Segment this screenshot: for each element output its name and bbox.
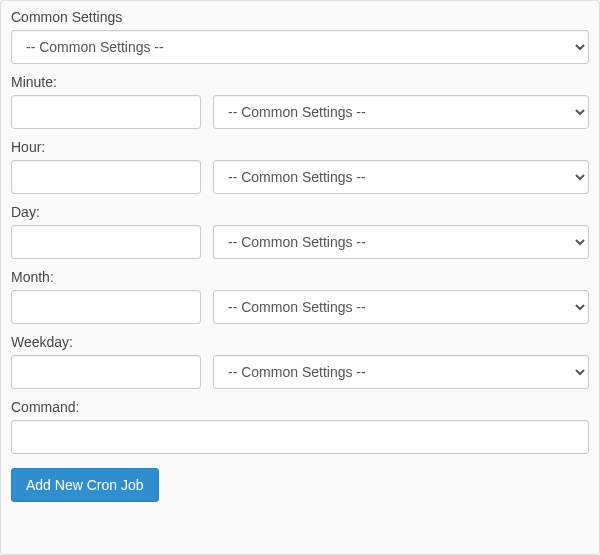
month-input[interactable] [11, 290, 201, 324]
weekday-select[interactable]: -- Common Settings -- [213, 355, 589, 389]
minute-select[interactable]: -- Common Settings -- [213, 95, 589, 129]
weekday-group: Weekday: -- Common Settings -- [11, 334, 589, 389]
weekday-input[interactable] [11, 355, 201, 389]
month-select[interactable]: -- Common Settings -- [213, 290, 589, 324]
hour-input[interactable] [11, 160, 201, 194]
month-group: Month: -- Common Settings -- [11, 269, 589, 324]
common-settings-select[interactable]: -- Common Settings -- [11, 30, 589, 64]
day-input[interactable] [11, 225, 201, 259]
hour-group: Hour: -- Common Settings -- [11, 139, 589, 194]
minute-group: Minute: -- Common Settings -- [11, 74, 589, 129]
common-settings-label: Common Settings [11, 9, 589, 25]
hour-label: Hour: [11, 139, 201, 155]
month-label: Month: [11, 269, 201, 285]
command-input[interactable] [11, 420, 589, 454]
day-select[interactable]: -- Common Settings -- [213, 225, 589, 259]
minute-label: Minute: [11, 74, 201, 90]
hour-select[interactable]: -- Common Settings -- [213, 160, 589, 194]
day-group: Day: -- Common Settings -- [11, 204, 589, 259]
day-label: Day: [11, 204, 201, 220]
common-settings-group: Common Settings -- Common Settings -- [11, 9, 589, 64]
weekday-label: Weekday: [11, 334, 201, 350]
cron-job-form-panel: Common Settings -- Common Settings -- Mi… [0, 0, 600, 555]
command-label: Command: [11, 399, 589, 415]
command-group: Command: [11, 399, 589, 454]
minute-input[interactable] [11, 95, 201, 129]
add-new-cron-job-button[interactable]: Add New Cron Job [11, 468, 159, 502]
